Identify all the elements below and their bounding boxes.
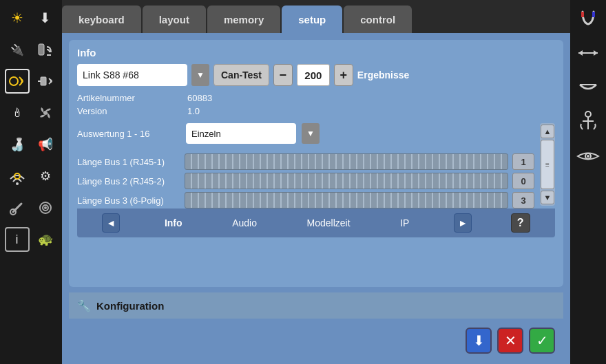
wrench-icon: 🔧 xyxy=(77,299,91,312)
device-select-value[interactable]: Link S88 #68 xyxy=(77,64,187,86)
cancel-button[interactable]: ✕ xyxy=(497,328,523,354)
candle-icon[interactable]: 🕯 xyxy=(5,100,30,125)
nav-item-ip[interactable]: IP xyxy=(395,215,415,231)
tab-keyboard[interactable]: keyboard xyxy=(62,6,141,33)
info-title: Info xyxy=(77,47,555,58)
number-minus-button[interactable]: − xyxy=(273,64,293,86)
confirm-button[interactable]: ✓ xyxy=(529,328,555,354)
svg-marker-17 xyxy=(594,50,598,56)
bottom-nav: ◄ Info Audio Modellzeit IP ► ? xyxy=(77,208,555,237)
plug-icon[interactable]: 🔌 xyxy=(5,37,30,62)
bus-label-2: Länge Bus 3 (6-Polig) xyxy=(77,195,180,206)
bus-value-2: 3 xyxy=(512,192,534,208)
sidebar-row-5: 🍶 📢 xyxy=(0,129,62,160)
wifi3-icon[interactable] xyxy=(5,164,30,189)
scroll-down-button[interactable]: ▼ xyxy=(541,191,554,204)
svg-point-5 xyxy=(43,111,48,115)
sidebar-row-7 xyxy=(0,193,62,223)
prop-label-1: Version xyxy=(77,106,160,116)
device-dropdown-button[interactable]: ▼ xyxy=(191,64,209,86)
can-test-button[interactable]: Can-Test xyxy=(213,64,269,86)
antenna-side-icon[interactable] xyxy=(33,69,58,94)
download-icon: ⬇ xyxy=(473,332,485,349)
tool-icon[interactable] xyxy=(5,195,30,220)
sun-icon[interactable]: ☀ xyxy=(5,6,30,30)
bus-label-1: Länge Bus 2 (RJ45-2) xyxy=(77,176,180,186)
sidebar-row-6: ⚙ xyxy=(0,161,62,191)
prop-row-1: Version 1.0 xyxy=(77,106,555,116)
bus-label-0: Länge Bus 1 (RJ45-1) xyxy=(77,157,180,167)
svg-rect-3 xyxy=(41,77,46,85)
eye-icon[interactable] xyxy=(575,143,601,169)
bus-row-0: Länge Bus 1 (RJ45-1) 1 xyxy=(77,153,534,170)
main-content: keyboard layout memory setup control Inf… xyxy=(62,0,570,364)
turtle-icon[interactable]: 🐢 xyxy=(33,227,58,252)
konfiguration-bar: 🔧 Konfiguration xyxy=(69,292,563,319)
anchor-icon[interactable] xyxy=(575,109,601,135)
radio3-icon[interactable] xyxy=(33,195,58,220)
svg-point-2 xyxy=(10,77,18,85)
info2-icon[interactable]: i xyxy=(5,227,30,252)
nav-item-audio[interactable]: Audio xyxy=(227,215,262,231)
auswertung-label: Auswertung 1 - 16 xyxy=(77,129,180,139)
prop-value-0: 60883 xyxy=(187,93,212,103)
svg-rect-0 xyxy=(39,44,44,55)
arrow-down-icon[interactable]: ⬇ xyxy=(33,6,58,30)
right-sidebar xyxy=(570,0,606,364)
nav-next-button[interactable]: ► xyxy=(454,213,472,233)
sidebar-row-3 xyxy=(0,66,62,96)
bus-progress-2 xyxy=(185,192,508,208)
tab-setup[interactable]: setup xyxy=(282,6,342,33)
tab-memory[interactable]: memory xyxy=(207,6,280,33)
bottle-icon[interactable]: 🍶 xyxy=(5,132,30,157)
confirm-icon: ✓ xyxy=(536,332,548,349)
number-plus-button[interactable]: + xyxy=(334,64,353,86)
cancel-icon: ✕ xyxy=(505,332,516,349)
tab-layout[interactable]: layout xyxy=(143,6,206,33)
nav-prev-button[interactable]: ◄ xyxy=(102,213,120,233)
scroll-thumb[interactable]: ≡ xyxy=(541,140,554,189)
svg-line-8 xyxy=(13,204,21,212)
auswertung-dropdown-button[interactable]: ▼ xyxy=(302,123,320,144)
fan-icon[interactable] xyxy=(33,100,58,125)
prop-value-1: 1.0 xyxy=(187,106,200,116)
prop-label-0: Artikelnummer xyxy=(77,93,160,103)
info-box: Info Link S88 #68 ▼ Can-Test − 200 + Erg… xyxy=(69,40,563,287)
number-display: 200 xyxy=(297,64,330,86)
bus-row-2: Länge Bus 3 (6-Polig) 3 xyxy=(77,192,534,208)
download-button[interactable]: ⬇ xyxy=(466,328,492,354)
device-row: Link S88 #68 ▼ Can-Test − 200 + Ergebnis… xyxy=(77,64,555,86)
svg-point-6 xyxy=(16,182,19,185)
bus-rows: Länge Bus 1 (RJ45-1) 1 Länge Bus 2 (RJ45… xyxy=(77,153,534,208)
nav-item-info[interactable]: Info xyxy=(159,215,188,231)
tab-bar: keyboard layout memory setup control xyxy=(62,0,570,33)
bus-row-1: Länge Bus 2 (RJ45-2) 0 xyxy=(77,173,534,189)
tab-control[interactable]: control xyxy=(344,6,412,33)
info-props: Artikelnummer 60883 Version 1.0 xyxy=(77,93,555,116)
nav-item-modellzeit[interactable]: Modellzeit xyxy=(302,215,356,231)
sidebar-row-8: i 🐢 xyxy=(0,224,62,255)
ergebnisse-label: Ergebnisse xyxy=(357,69,409,81)
sidebar-row-1: ☀ ⬇ xyxy=(0,3,62,33)
radio-wave-icon[interactable] xyxy=(5,69,30,94)
gear-icon[interactable]: ⚙ xyxy=(33,164,58,189)
svg-marker-16 xyxy=(578,50,583,56)
scroll-up-button[interactable]: ▲ xyxy=(541,125,554,138)
bottom-action-bar: ⬇ ✕ ✓ xyxy=(69,324,563,357)
bus-progress-1 xyxy=(185,173,508,189)
bus-progress-0 xyxy=(185,153,508,170)
magnet-icon[interactable] xyxy=(575,6,601,32)
nav-help-button[interactable]: ? xyxy=(511,213,530,233)
arrows-horizontal-icon[interactable] xyxy=(575,40,601,66)
auswertung-select-value[interactable]: Einzeln xyxy=(186,123,296,144)
sidebar-row-4: 🕯 xyxy=(0,98,62,128)
svg-point-23 xyxy=(587,155,589,158)
bus-value-1: 0 xyxy=(512,173,534,189)
left-sidebar: ☀ ⬇ 🔌 xyxy=(0,0,62,364)
scrollbar[interactable]: ▲ ≡ ▼ xyxy=(540,123,555,206)
konfiguration-label: Konfiguration xyxy=(96,300,164,312)
bowl-icon[interactable] xyxy=(575,74,601,100)
wifi-signal-icon[interactable] xyxy=(33,37,58,62)
megaphone-icon[interactable]: 📢 xyxy=(33,132,58,157)
bus-value-0: 1 xyxy=(512,153,534,170)
